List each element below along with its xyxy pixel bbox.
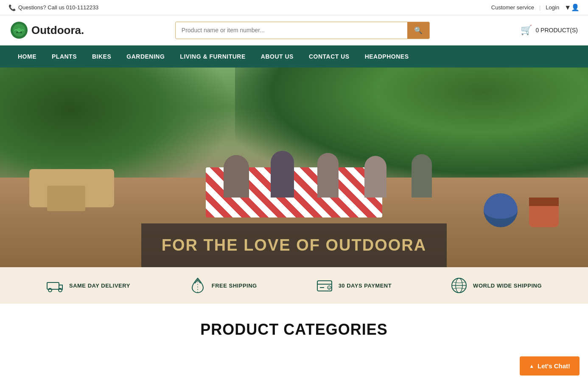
- feature-delivery: SAME DAY DELIVERY: [46, 277, 130, 294]
- login-link[interactable]: Login: [546, 4, 559, 11]
- coffee-table: [47, 186, 85, 211]
- hero: FOR THE LOVE OF OUTDOORA: [0, 68, 588, 267]
- person-3: [317, 153, 339, 198]
- payment-icon: $: [316, 277, 333, 294]
- top-bar-right: Customer service | Login ▼👤: [491, 3, 580, 11]
- delivery-icon: [46, 277, 64, 294]
- phone-icon: 📞: [8, 4, 16, 11]
- nav-item-bikes[interactable]: BIKES: [84, 45, 119, 68]
- nav-item-contact-us[interactable]: CONTACT US: [301, 45, 357, 68]
- logo[interactable]: Outdoora.: [10, 21, 84, 39]
- user-icon[interactable]: ▼👤: [564, 3, 580, 11]
- phone-label: Questions? Call us 010-1112233: [18, 4, 98, 11]
- logo-icon: [10, 21, 28, 39]
- nav-item-living-&-furniture[interactable]: LIVING & FURNITURE: [172, 45, 253, 68]
- feature-payment: $ 30 DAYS PAYMENT: [316, 277, 392, 294]
- person-2: [271, 151, 294, 198]
- cart-icon: 🛒: [521, 25, 532, 36]
- pot-1: [529, 198, 559, 227]
- product-categories-section: PRODUCT CATEGORIES: [0, 304, 588, 347]
- svg-rect-3: [47, 282, 59, 289]
- top-bar: 📞 Questions? Call us 010-1112233 Custome…: [0, 0, 588, 15]
- hero-tagline: FOR THE LOVE OF OUTDOORA: [158, 236, 430, 254]
- shipping-icon: [189, 277, 207, 294]
- worldwide-label: WORLD WIDE SHIPPING: [473, 282, 542, 289]
- feature-shipping: FREE SHIPPING: [189, 277, 257, 294]
- person-4: [364, 156, 386, 198]
- cart-label: 0 PRODUCT(S): [535, 27, 578, 34]
- worldwide-icon: [450, 277, 468, 294]
- nav-item-headphones[interactable]: HEADPHONES: [357, 45, 417, 68]
- search-bar[interactable]: 🔍: [175, 22, 430, 39]
- hero-overlay: FOR THE LOVE OF OUTDOORA: [141, 223, 447, 267]
- shipping-label: FREE SHIPPING: [212, 282, 257, 289]
- nav-item-home[interactable]: HOME: [10, 45, 44, 68]
- logo-text: Outdoora.: [31, 24, 84, 37]
- nav-item-about-us[interactable]: ABOUT US: [253, 45, 301, 68]
- cart-area[interactable]: 🛒 0 PRODUCT(S): [521, 25, 578, 36]
- customer-service-link[interactable]: Customer service: [491, 4, 534, 11]
- features-bar: SAME DAY DELIVERY FREE SHIPPING $ 30 DAY…: [0, 267, 588, 304]
- search-button[interactable]: 🔍: [407, 22, 429, 39]
- pot-2: [484, 193, 518, 227]
- nav: HOMEPLANTSBIKESGARDENINGLIVING & FURNITU…: [0, 45, 588, 68]
- person-1: [224, 155, 249, 198]
- top-bar-left: 📞 Questions? Call us 010-1112233: [8, 4, 98, 11]
- categories-title: PRODUCT CATEGORIES: [10, 321, 578, 339]
- feature-worldwide: WORLD WIDE SHIPPING: [450, 277, 542, 294]
- nav-item-gardening[interactable]: GARDENING: [119, 45, 172, 68]
- person-5: [412, 154, 432, 198]
- nav-item-plants[interactable]: PLANTS: [44, 45, 84, 68]
- header: Outdoora. 🔍 🛒 0 PRODUCT(S): [0, 15, 588, 45]
- divider: |: [539, 4, 540, 11]
- search-input[interactable]: [176, 23, 407, 38]
- payment-label: 30 DAYS PAYMENT: [339, 282, 392, 289]
- delivery-label: SAME DAY DELIVERY: [69, 282, 130, 289]
